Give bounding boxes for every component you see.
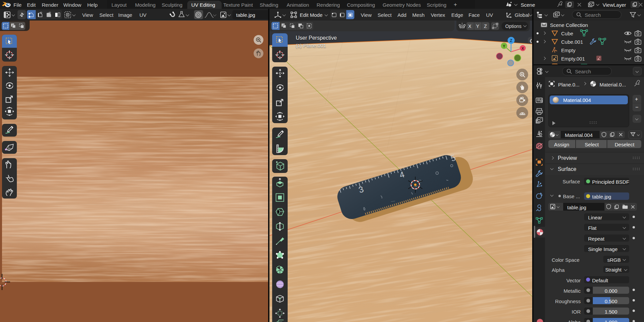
svg-text:Y: Y [503,44,506,48]
svg-text:Z: Z [510,38,512,43]
svg-text:X: X [521,46,524,50]
